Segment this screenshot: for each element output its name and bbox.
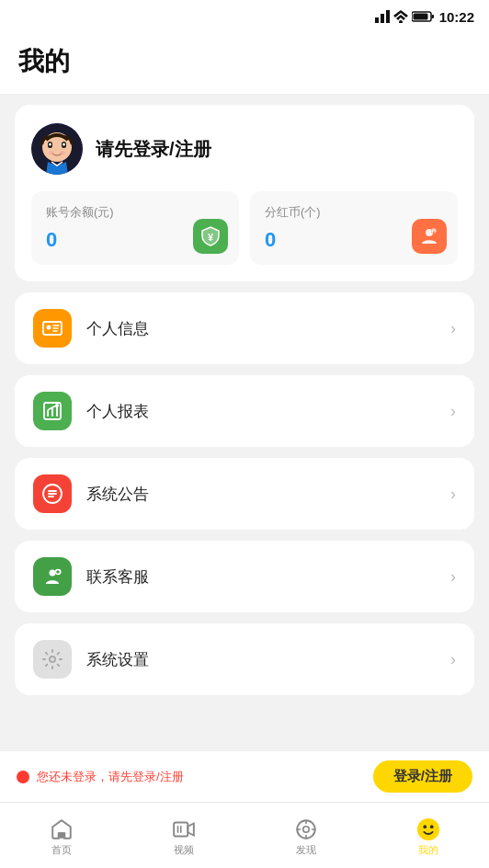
menu-label-contact-service: 联系客服 xyxy=(86,566,450,588)
profile-login-text[interactable]: 请先登录/注册 xyxy=(96,137,211,162)
chevron-icon-contact-service: › xyxy=(450,567,456,587)
notice-text: 您还未登录，请先登录/注册 xyxy=(37,769,184,785)
tab-item-mine[interactable]: 我的 xyxy=(367,803,489,868)
svg-point-14 xyxy=(63,143,65,146)
svg-point-45 xyxy=(416,818,438,840)
balance-box-coins: 分红币(个) 0 + xyxy=(250,191,458,265)
report-icon xyxy=(41,400,63,422)
svg-point-16 xyxy=(60,151,65,154)
avatar-image xyxy=(31,123,83,175)
svg-marker-0 xyxy=(375,17,379,23)
home-icon xyxy=(50,817,74,841)
svg-point-47 xyxy=(429,825,433,828)
menu-item-system-notice[interactable]: 系统公告 › xyxy=(15,458,474,530)
gear-icon xyxy=(41,648,63,670)
menu-card-2: 个人报表 › xyxy=(15,375,474,447)
tab-label-discover: 发现 xyxy=(296,843,316,857)
svg-rect-21 xyxy=(43,322,62,335)
menu-item-system-settings[interactable]: 系统设置 › xyxy=(15,623,474,695)
wifi-icon xyxy=(393,10,408,23)
balance-account-label: 账号余额(元) xyxy=(46,204,224,221)
chevron-icon-system-settings: › xyxy=(450,650,456,669)
contact-service-icon-wrap xyxy=(33,557,72,596)
battery-icon xyxy=(412,11,434,22)
profile-card: 请先登录/注册 账号余额(元) 0 ¥ 分红币(个) 0 xyxy=(15,105,474,281)
menu-label-system-notice: 系统公告 xyxy=(86,484,450,505)
svg-text:¥: ¥ xyxy=(208,232,214,243)
svg-point-13 xyxy=(49,143,51,146)
signal-icon xyxy=(375,10,390,23)
menu-item-contact-service[interactable]: 联系客服 › xyxy=(15,541,474,612)
profile-header: 请先登录/注册 xyxy=(31,123,458,175)
login-button[interactable]: 登录/注册 xyxy=(373,760,472,793)
menu-item-personal-report[interactable]: 个人报表 › xyxy=(15,375,474,447)
main-content: 请先登录/注册 账号余额(元) 0 ¥ 分红币(个) 0 xyxy=(0,94,489,842)
tab-item-discover[interactable]: 发现 xyxy=(244,803,367,868)
chevron-icon-system-notice: › xyxy=(450,485,456,504)
svg-rect-7 xyxy=(431,15,434,18)
menu-label-system-settings: 系统设置 xyxy=(86,649,450,670)
personal-report-icon-wrap xyxy=(33,392,72,430)
balance-coins-label: 分红币(个) xyxy=(265,204,443,221)
tab-label-video: 视频 xyxy=(174,843,194,857)
tab-label-mine: 我的 xyxy=(418,843,438,857)
svg-point-5 xyxy=(399,20,403,23)
notice-left: 您还未登录，请先登录/注册 xyxy=(17,769,184,785)
status-bar: 10:22 xyxy=(0,0,489,33)
balance-account-icon: ¥ xyxy=(193,219,228,254)
tab-bar: 首页 视频 发现 xyxy=(0,802,489,868)
svg-rect-35 xyxy=(58,832,64,839)
svg-point-32 xyxy=(50,570,56,577)
service-icon xyxy=(41,565,63,588)
svg-rect-8 xyxy=(413,14,427,20)
menu-label-personal-info: 个人信息 xyxy=(86,318,450,339)
svg-point-34 xyxy=(50,657,55,662)
svg-point-40 xyxy=(302,827,309,833)
menu-item-personal-info[interactable]: 个人信息 › xyxy=(15,292,474,364)
balance-coins-icon: + xyxy=(412,219,447,254)
svg-point-22 xyxy=(47,326,51,330)
page-header: 我的 xyxy=(0,33,489,94)
svg-point-15 xyxy=(49,151,54,154)
menu-card-4: 联系客服 › xyxy=(15,541,474,612)
tab-item-video[interactable]: 视频 xyxy=(122,803,244,868)
svg-point-46 xyxy=(423,825,426,828)
status-time: 10:22 xyxy=(439,9,474,25)
tab-label-home: 首页 xyxy=(51,843,72,857)
id-card-icon xyxy=(41,317,63,339)
system-settings-icon-wrap xyxy=(33,640,72,679)
tab-item-home[interactable]: 首页 xyxy=(0,803,122,868)
menu-card-5: 系统设置 › xyxy=(15,623,474,695)
discover-icon xyxy=(294,817,318,841)
balance-row: 账号余额(元) 0 ¥ 分红币(个) 0 xyxy=(31,191,458,265)
menu-card-3: 系统公告 › xyxy=(15,458,474,530)
page-title: 我的 xyxy=(18,44,471,79)
chevron-icon-personal-report: › xyxy=(450,402,456,421)
avatar[interactable] xyxy=(31,123,83,175)
balance-box-account: 账号余额(元) 0 ¥ xyxy=(31,191,239,265)
svg-marker-1 xyxy=(381,14,384,23)
status-icons xyxy=(375,10,434,23)
chevron-icon-personal-info: › xyxy=(450,319,456,338)
svg-text:+: + xyxy=(433,229,436,234)
notice-dot xyxy=(17,771,29,783)
personal-info-icon-wrap xyxy=(33,309,72,348)
notice-icon xyxy=(41,483,63,505)
menu-card-1: 个人信息 › xyxy=(15,292,474,364)
video-icon xyxy=(172,817,196,841)
system-notice-icon-wrap xyxy=(33,474,72,513)
notice-bar: 您还未登录，请先登录/注册 登录/注册 xyxy=(0,750,489,802)
svg-marker-2 xyxy=(386,10,390,23)
menu-label-personal-report: 个人报表 xyxy=(86,401,450,422)
mine-icon xyxy=(416,817,440,841)
